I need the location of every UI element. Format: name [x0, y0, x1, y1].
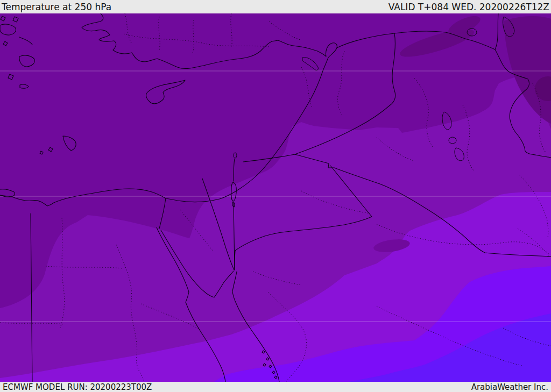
weather-map [0, 13, 551, 382]
map-title: Temperature at 250 hPa [2, 1, 111, 13]
map-canvas [0, 13, 551, 382]
header-bar: Temperature at 250 hPa VALID T+084 WED. … [0, 0, 551, 13]
credit-label: ArabiaWeather Inc. [471, 382, 548, 392]
weather-map-screen: Temperature at 250 hPa VALID T+084 WED. … [0, 0, 551, 392]
temperature-bands [0, 13, 551, 382]
footer-bar: ECMWF MODEL RUN: 20200223T00Z ArabiaWeat… [0, 382, 551, 392]
model-run-label: ECMWF MODEL RUN: 20200223T00Z [3, 382, 152, 392]
valid-time-label: VALID T+084 WED. 20200226T12Z [388, 1, 549, 13]
